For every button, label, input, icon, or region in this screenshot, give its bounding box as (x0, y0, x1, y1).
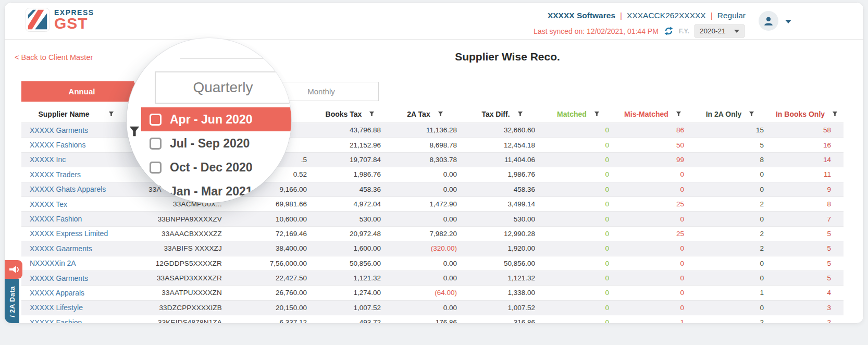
2a-tax-cell: 8,698.78 (387, 141, 463, 149)
filter-funnel-icon[interactable] (517, 111, 523, 117)
in-books-only-count: 5 (770, 274, 844, 282)
books-tax-cell: 493.72 (313, 318, 387, 324)
supplier-name-link[interactable]: XXXXX Lifestyle (21, 303, 131, 312)
supplier-name-link[interactable]: NXXXXXin 2A (21, 259, 131, 267)
tab-quarterly-magnified[interactable]: Quarterly (155, 71, 291, 104)
in-books-only-count: 5 (770, 230, 844, 238)
filter-funnel-icon[interactable] (749, 111, 754, 117)
tax-diff-cell: 3,499.14 (463, 200, 541, 208)
filter-funnel-icon[interactable] (832, 111, 838, 117)
2a-tax-cell: 1,472.90 (387, 200, 463, 208)
mismatched-count: 50 (615, 141, 690, 149)
mismatched-count: 0 (615, 260, 690, 267)
books-tax-cell: 21,152.96 (313, 141, 387, 149)
supplier-name-link[interactable]: XXXXX Fashion (21, 318, 131, 324)
checkbox-icon[interactable] (150, 162, 162, 174)
tax-diff-cell: 1,007.52 (463, 304, 541, 312)
supplier-name-link[interactable]: XXXXX Fashion (21, 215, 131, 223)
in-books-only-count: 8 (770, 200, 844, 208)
gstin-cell: 33AAACBXXXXZZ (131, 230, 232, 238)
table-row: XXXXX Fashion33BNPPA9XXXXZV10,600.00530.… (21, 212, 844, 226)
books-tax-cell: 530.00 (313, 215, 387, 223)
tax-diff-cell: 32,660.60 (463, 126, 541, 134)
table-row: XXXXX Tex33ACMPU0X...69,981.664,972.041,… (21, 197, 844, 212)
chevron-down-icon (734, 30, 739, 33)
app-card: EXPRESS GST XXXXX Softwares | XXXACCK262… (4, 2, 864, 324)
announcement-icon[interactable] (5, 260, 22, 279)
user-avatar[interactable] (759, 11, 778, 31)
column-header-in_2a_only[interactable]: In 2A Only (690, 110, 770, 118)
last-synced-text: Last synced on: 12/02/2021, 01:44 PM (534, 27, 659, 35)
in-2a-only-count: 2 (690, 318, 770, 324)
books-value-cell: 22,427.50 (232, 274, 313, 282)
column-header-in_books_only[interactable]: In Books Only (770, 110, 844, 118)
client-name[interactable]: XXXXX Softwares (548, 11, 615, 20)
quarter-option-label: Oct - Dec 2020 (170, 161, 253, 175)
fy-select[interactable]: 2020-21 (695, 24, 745, 38)
refresh-icon[interactable] (664, 26, 674, 36)
brand-logo[interactable]: EXPRESS GST (26, 8, 94, 32)
books-value-cell: 26,760.00 (232, 289, 313, 297)
2a-tax-cell: 0.00 (387, 304, 463, 312)
column-header-matched[interactable]: Matched (541, 110, 615, 118)
mismatched-count: 0 (615, 304, 690, 312)
books-value-cell: 10,600.00 (232, 215, 313, 223)
user-menu-chevron-icon[interactable] (785, 20, 791, 23)
filter-funnel-icon-magnified[interactable] (129, 126, 140, 137)
expressgst-logo-icon (26, 8, 49, 32)
column-header-tax_diff[interactable]: Tax Diff. (463, 110, 541, 118)
supplier-name-link[interactable]: XXXXX Express Limited (21, 229, 131, 238)
in-books-only-count: 4 (770, 289, 844, 297)
fy-label: F.Y. (679, 28, 689, 35)
in-books-only-count: 2 (770, 318, 844, 324)
2a-tax-cell: 0.00 (387, 215, 463, 223)
in-2a-only-count: 2 (690, 230, 770, 238)
tab-annual[interactable]: Annual (21, 81, 142, 102)
supplier-name-link[interactable]: XXXXX Apparals (21, 289, 131, 297)
column-header-books_tax[interactable]: Books Tax (313, 110, 387, 118)
supplier-name-link[interactable]: XXXXX Tex (21, 200, 131, 208)
matched-count: 0 (541, 156, 615, 164)
mismatched-count: 0 (615, 274, 690, 282)
filter-funnel-icon[interactable] (369, 111, 375, 117)
table-row: XXXXX Gaarments33ABIFS XXXXZJ38,400.001,… (21, 241, 844, 256)
quarter-option-2[interactable]: Oct - Dec 2020 (141, 155, 291, 179)
supplier-name-link[interactable]: XXXXX Gaarments (21, 244, 131, 253)
books-value-cell: 69,981.66 (232, 200, 313, 208)
2a-tax-cell: 8,303.78 (387, 156, 463, 164)
gstin-cell: 33DZCPPXXXXIZB (131, 304, 232, 312)
quarter-option-1[interactable]: Jul - Sep 2020 (141, 131, 291, 155)
checkbox-icon[interactable] (150, 138, 162, 150)
supplier-name-link[interactable]: XXXXX Ghats Apparels (21, 185, 131, 193)
gstin-cell: 33AATPUXXXXZN (131, 289, 232, 297)
matched-count: 0 (541, 260, 615, 267)
supplier-name-link[interactable]: XXXXX Fashions (21, 141, 131, 149)
filter-funnel-icon[interactable] (438, 111, 443, 117)
tax-diff-cell: 530.00 (463, 215, 541, 223)
brand-gst-text: GST (54, 16, 94, 31)
matched-count: 0 (541, 215, 615, 223)
supplier-name-link[interactable]: XXXXX Inc (21, 155, 131, 164)
filter-funnel-icon[interactable] (108, 111, 114, 117)
filter-funnel-icon[interactable] (594, 111, 600, 117)
supplier-name-link[interactable]: XXXXX Garments (21, 126, 131, 134)
in-books-only-count: 5 (770, 260, 844, 267)
column-header-tax_2a[interactable]: 2A Tax (387, 110, 463, 118)
table-row: XXXXX Garments33ASAPD3XXXXZR22,427.501,1… (21, 271, 844, 286)
quarter-option-0[interactable]: Apr - Jun 2020 (141, 107, 291, 131)
column-header-supplier_name[interactable]: Supplier Name (21, 110, 131, 118)
tax-diff-cell: 1,986.76 (463, 170, 541, 178)
column-header-mismatched[interactable]: Mis-Matched (615, 110, 690, 118)
side-tab-2a-data[interactable]: / 2A Data (5, 279, 19, 324)
in-books-only-count: 16 (770, 141, 844, 149)
checkbox-icon[interactable] (150, 114, 162, 126)
matched-count: 0 (541, 230, 615, 238)
in-books-only-count: 9 (770, 186, 844, 193)
supplier-name-link[interactable]: XXXXX Garments (21, 274, 131, 282)
supplier-name-link[interactable]: XXXXX Traders (21, 170, 131, 179)
filter-funnel-icon[interactable] (676, 111, 681, 117)
books-value-cell: 6,337.12 (232, 318, 313, 324)
back-to-client-master-link[interactable]: < Back to Client Master (15, 53, 93, 61)
in-2a-only-count: 1 (690, 289, 770, 297)
client-registration-type: Regular (717, 11, 746, 20)
